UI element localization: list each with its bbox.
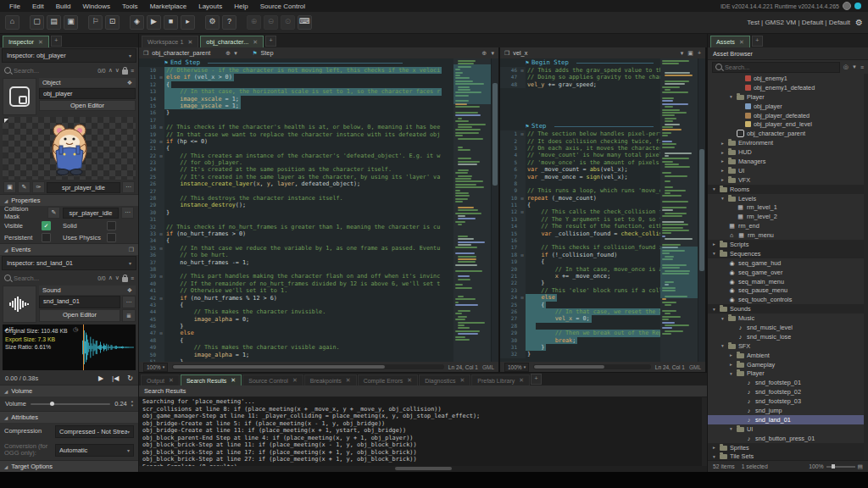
code-line[interactable]: 25 // It's created in the same layer as … [139, 174, 453, 180]
fold-icon[interactable]: ⊟ [519, 252, 526, 258]
tree-item-obj_player_end_level[interactable]: obj_player_end_level [708, 119, 864, 129]
code-line[interactable]: 7var _move_once = sign(vel_x); [500, 174, 660, 180]
code-line[interactable]: 9// This runs a loop, which runs 'move_c… [500, 187, 660, 194]
tree-item-obj_player_defeated[interactable]: obj_player_defeated [708, 111, 864, 120]
tree-item-rm_level_2[interactable]: ▦rm_level_2 [708, 212, 864, 221]
code-line[interactable]: 42⊟ if (no_hurt_frames % 12 > 6) [139, 295, 453, 302]
chevron-down-icon[interactable]: ▾ [720, 316, 726, 321]
new-project-button[interactable]: ▢ [30, 15, 44, 30]
bottom-tab-source-control[interactable]: Source Control✕ [242, 374, 303, 385]
debug-button[interactable]: ◈ [130, 15, 144, 30]
fold-icon[interactable]: ⊟ [519, 67, 526, 74]
asset-search-input[interactable]: Search... [712, 62, 840, 73]
code-line[interactable]: 28 [500, 323, 660, 330]
section-attributes[interactable]: ◢Attributes [0, 411, 138, 423]
visible-checkbox[interactable]: ✓ [42, 221, 51, 230]
code-line[interactable]: 46 } [139, 323, 453, 330]
code-line[interactable]: 11⊟else if (vel_x > 0) [139, 74, 453, 80]
tree-item-gameplay[interactable]: ▸Gameplay [708, 360, 864, 369]
list-icon[interactable]: ≡ [131, 68, 134, 74]
chevron-right-icon[interactable]: ▸ [720, 141, 726, 146]
tree-item-seq_game_hud[interactable]: ◉seq_game_hud [708, 258, 864, 268]
code-line[interactable]: 36 // to be hurt. [139, 252, 453, 258]
collision-mask-field[interactable]: spr_player_idle [63, 208, 119, 219]
close-icon[interactable]: ✕ [519, 377, 524, 384]
inspector-target-dropdown[interactable]: Inspector: obj_player▾ [2, 48, 136, 63]
section-properties[interactable]: ◢Properties [0, 194, 138, 206]
tree-zoom-slider[interactable] [826, 466, 855, 468]
code-line[interactable]: 30} [139, 209, 453, 216]
chevron-right-icon[interactable]: ▸ [711, 241, 717, 247]
code-line[interactable]: 14 // The result of the function, either [500, 223, 660, 230]
section-events[interactable]: ◢Events ❐ [0, 243, 138, 255]
tree-item-rm_menu[interactable]: ⌂▦rm_menu [708, 230, 864, 240]
tree-item-sfx[interactable]: ▾SFX [708, 341, 864, 351]
tree-item-music[interactable]: ▾Music [708, 313, 864, 323]
object-name-field[interactable]: obj_player [39, 88, 136, 99]
close-icon[interactable]: ✕ [253, 39, 258, 46]
minimap[interactable] [660, 58, 698, 362]
collision-mask-edit-button[interactable]: ✎ [47, 207, 60, 219]
chevron-down-icon[interactable]: ▾ [720, 196, 726, 201]
code-line[interactable]: 16} [139, 109, 453, 116]
tree-item-snd_music_lose[interactable]: ♪snd_music_lose [708, 332, 864, 341]
sprite-brush-button[interactable]: ✑ [32, 181, 45, 193]
tree-item-seq_main_menu[interactable]: ◉seq_main_menu [708, 277, 864, 286]
code-line[interactable]: 24⊟ else [500, 294, 660, 301]
search-result-line[interactable]: obj_bridge-Create at line 5: if (place_m… [142, 420, 698, 428]
clean-button[interactable]: ▸ [181, 15, 195, 30]
hamburger-icon[interactable]: ≡ [860, 64, 864, 70]
device-manager-button[interactable]: ⊡ [105, 15, 120, 30]
chevron-down-icon[interactable]: ▾ [711, 186, 717, 191]
menu-help[interactable]: Help [228, 3, 253, 10]
code-line[interactable]: 37 no_hurt_frames -= 1; [139, 259, 453, 266]
search-result-line[interactable]: obj_block_parent-End Step at line 4: if … [142, 435, 698, 442]
waveform-display[interactable]: ◢ 1F ◷ Original Size: 110.48 KB Export S… [3, 324, 136, 370]
fold-icon[interactable]: ⊟ [158, 74, 164, 80]
code-line[interactable]: 10// Otherwise - if the character is not… [139, 67, 453, 74]
close-icon[interactable]: ✕ [346, 377, 351, 384]
code-line[interactable]: 18⊟ if (!_collision_found) [500, 252, 660, 258]
menu-marketplace[interactable]: Marketplace [144, 3, 193, 10]
code-line[interactable]: 21 x += _move_once; [500, 273, 660, 280]
code-line[interactable]: 31 } [500, 344, 660, 351]
tree-item-obj_enemy1_defeated[interactable]: obj_enemy1_defeated [708, 83, 864, 92]
sound-more-button[interactable]: ⋯ [122, 296, 136, 308]
play-icon[interactable]: ▶ [98, 374, 103, 382]
code-line[interactable]: 31 [139, 216, 453, 223]
add-event-icon[interactable]: ⊕ [482, 50, 487, 57]
pin-tab-button[interactable]: + [531, 374, 542, 385]
help-button[interactable]: ? [222, 15, 236, 30]
workspace-tab-1[interactable]: obj_character...✕ [200, 36, 264, 47]
fold-icon[interactable]: ⊟ [519, 208, 526, 215]
fold-icon[interactable]: ⊟ [519, 130, 526, 137]
open-project-button[interactable]: ▤ [47, 15, 61, 30]
code-line[interactable]: 39⊟ // This part handles making the char… [139, 273, 453, 280]
sprite-name-field[interactable]: spr_player_idle [47, 182, 120, 193]
pane-title[interactable]: obj_character_parent [152, 49, 210, 57]
volume-slider[interactable] [31, 403, 110, 405]
chevron-right-icon[interactable]: ▸ [720, 168, 726, 173]
code-line[interactable]: 41 // Otherwise we'll set it to 1. [139, 287, 453, 294]
code-line[interactable]: 20⊟if (hp <= 0) [139, 138, 453, 145]
target-gear-icon[interactable]: ⚙ [855, 18, 863, 27]
search-result-line[interactable]: obj_block_brick-Step at line 27: if (pla… [142, 456, 698, 463]
tree-item-snd_footstep_01[interactable]: ♪snd_footstep_01 [708, 378, 864, 387]
chevron-down-icon[interactable]: ▾ [711, 307, 717, 312]
menu-file[interactable]: File [3, 3, 26, 10]
volume-stepper[interactable]: ▴▾ [131, 400, 133, 408]
code-line[interactable]: 19 { [500, 258, 660, 265]
tree-item-environment[interactable]: ▸Environment [708, 138, 864, 147]
code-line[interactable]: 15 image_yscale = 1; [139, 103, 453, 109]
code-line[interactable]: 25 { [500, 302, 660, 308]
section-target-options[interactable]: ◢Target Options [0, 460, 138, 472]
code-line[interactable]: 15 var _collision_found = check_collisio [500, 230, 660, 237]
laptop-button[interactable]: ⌨ [298, 15, 312, 30]
open-editor-button[interactable]: Open Editor [39, 100, 136, 111]
bottom-tab-output[interactable]: Output✕ [141, 374, 180, 385]
menu-windows[interactable]: Windows [76, 3, 115, 10]
chevron-down-icon[interactable]: ▾ [728, 94, 734, 99]
tree-item-managers[interactable]: ▸Managers [708, 157, 864, 166]
tree-item-rm_level_1[interactable]: ▦rm_level_1 [708, 202, 864, 212]
chevron-down-icon[interactable]: ▾ [711, 454, 717, 459]
